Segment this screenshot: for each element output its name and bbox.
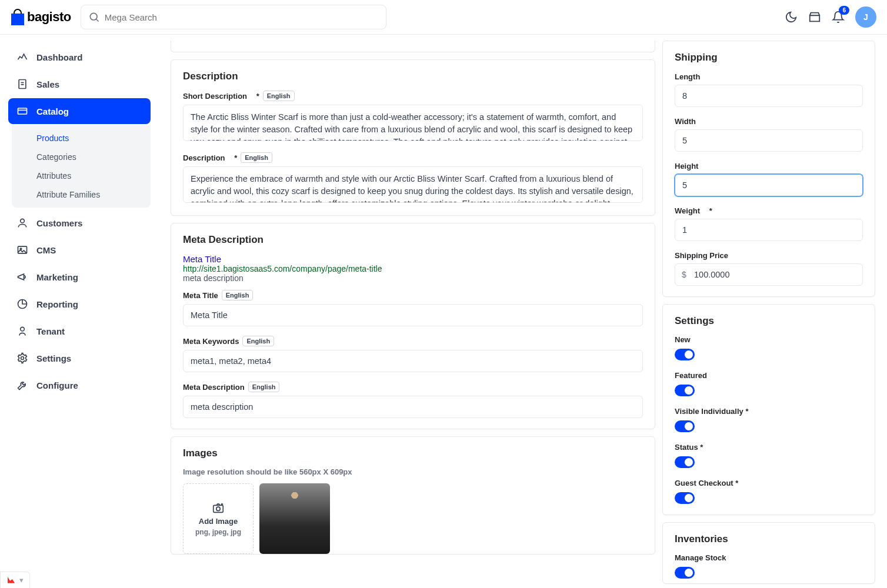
svg-rect-13 [214,505,224,512]
height-input[interactable] [675,174,863,196]
sidebar-item-label: Reporting [36,299,78,309]
manage-stock-toggle[interactable] [675,567,695,579]
svg-point-0 [90,13,97,20]
svg-rect-5 [18,108,27,114]
meta-card: Meta Description Meta Title http://site1… [171,223,655,429]
locale-tag: English [263,91,295,101]
sidebar-item-label: Configure [36,380,78,390]
locale-tag: English [242,336,274,346]
sidebar-item-tenant[interactable]: Tenant [8,318,151,344]
short-desc-input[interactable]: The Arctic Bliss Winter Scarf is more th… [183,105,643,141]
short-desc-label: Short Description * English [183,91,295,101]
sidebar-item-catalog[interactable]: Catalog [8,98,151,124]
sidebar-item-sales[interactable]: Sales [8,71,151,97]
avatar[interactable]: J [855,6,876,28]
images-card: Images Image resolution should be like 5… [171,436,655,554]
main-content: Description Short Description * English … [159,35,887,588]
shipping-card: Shipping Length Width Height Weight * [662,41,875,297]
brand-logo[interactable]: bagisto [11,9,71,25]
sidebar-item-customers[interactable]: Customers [8,210,151,236]
meta-desc-label: Meta Description English [183,382,279,392]
notification-badge: 6 [839,6,849,15]
weight-input[interactable] [675,219,863,241]
width-input[interactable] [675,129,863,152]
sidebar-item-settings[interactable]: Settings [8,345,151,371]
search-icon [88,11,100,23]
subnav-attr-families[interactable]: Attribute Families [12,185,151,204]
guest-toggle[interactable] [675,492,695,504]
meta-keywords-label: Meta Keywords English [183,336,274,346]
status-toggle[interactable] [675,456,695,468]
image-formats: png, jpeg, jpg [195,528,241,536]
description-card: Description Short Description * English … [171,59,655,216]
sidebar-item-marketing[interactable]: Marketing [8,264,151,290]
visible-toggle[interactable] [675,420,695,432]
wrench-icon [16,379,28,391]
person-icon [16,217,28,229]
guest-label: Guest Checkout * [675,479,863,487]
meta-desc-input[interactable] [183,396,643,418]
dashboard-icon [16,51,28,63]
megaphone-icon [16,271,28,283]
desc-input[interactable]: Experience the embrace of warmth and sty… [183,166,643,203]
meta-preview-title: Meta Title [183,254,643,264]
card-title: Settings [675,315,863,327]
sidebar-item-configure[interactable]: Configure [8,372,151,398]
length-input[interactable] [675,85,863,107]
store-icon[interactable] [808,11,821,24]
shipping-price-input[interactable] [675,263,863,286]
height-label: Height [675,162,698,171]
document-icon [16,78,28,90]
gear-icon [16,352,28,364]
desc-label: Description * English [183,152,272,163]
card-title: Shipping [675,52,863,64]
sidebar-item-label: Customers [36,218,82,228]
meta-preview: Meta Title http://site1.bagistosaas5.com… [183,254,643,283]
inventories-card: Inventories Manage Stock [662,522,875,584]
svg-point-14 [216,507,220,510]
brand-text: bagisto [27,9,71,25]
dark-mode-icon[interactable] [785,11,798,24]
sidebar-item-dashboard[interactable]: Dashboard [8,44,151,70]
featured-toggle[interactable] [675,385,695,396]
meta-preview-url: http://site1.bagistosaas5.com/company/pa… [183,264,643,273]
sidebar-item-label: Catalog [36,106,69,116]
svg-point-11 [21,327,25,331]
laravel-debugbar[interactable]: ▾ [0,572,30,588]
subnav-products[interactable]: Products [12,129,151,148]
status-label: Status * [675,443,863,452]
manage-stock-label: Manage Stock [675,553,863,562]
bag-icon [11,9,25,25]
svg-point-7 [21,219,25,223]
new-toggle[interactable] [675,349,695,360]
settings-card: Settings New Featured Visible Individual… [662,304,875,515]
laravel-icon [6,576,16,585]
meta-keywords-input[interactable] [183,350,643,372]
sidebar-item-label: Tenant [36,326,65,336]
featured-label: Featured [675,371,863,380]
product-image-thumb[interactable] [259,483,330,554]
image-icon [16,244,28,256]
catalog-subnav: Products Categories Attributes Attribute… [12,125,151,208]
meta-preview-desc: meta description [183,273,643,283]
subnav-attributes[interactable]: Attributes [12,166,151,185]
meta-title-input[interactable] [183,304,643,326]
sidebar-item-label: Settings [36,353,71,363]
subnav-categories[interactable]: Categories [12,148,151,166]
sidebar-item-label: CMS [36,245,56,255]
search-input[interactable] [105,12,379,22]
card-title: Description [183,71,643,82]
sidebar-item-reporting[interactable]: Reporting [8,291,151,317]
previous-card-stub [171,41,655,52]
mega-search[interactable] [81,5,386,29]
card-title: Inventories [675,533,863,545]
user-icon [16,325,28,337]
sidebar-item-cms[interactable]: CMS [8,237,151,263]
sidebar-item-label: Dashboard [36,52,82,62]
meta-title-label: Meta Title English [183,290,253,300]
sidebar-item-label: Sales [36,79,59,89]
weight-label: Weight * [675,206,712,215]
add-image-button[interactable]: Add Image png, jpeg, jpg [183,483,254,554]
visible-label: Visible Individually * [675,407,863,416]
bell-icon[interactable]: 6 [832,11,845,24]
